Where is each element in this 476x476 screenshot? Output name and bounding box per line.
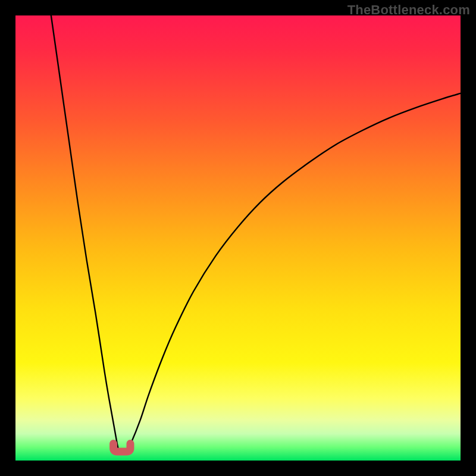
chart-svg: [15, 15, 461, 461]
curve-left-branch: [51, 15, 119, 451]
curve-right-branch: [127, 93, 461, 451]
bottom-marker: [114, 444, 130, 452]
gradient-plot-area: [15, 15, 461, 461]
watermark-text: TheBottleneck.com: [347, 2, 470, 18]
